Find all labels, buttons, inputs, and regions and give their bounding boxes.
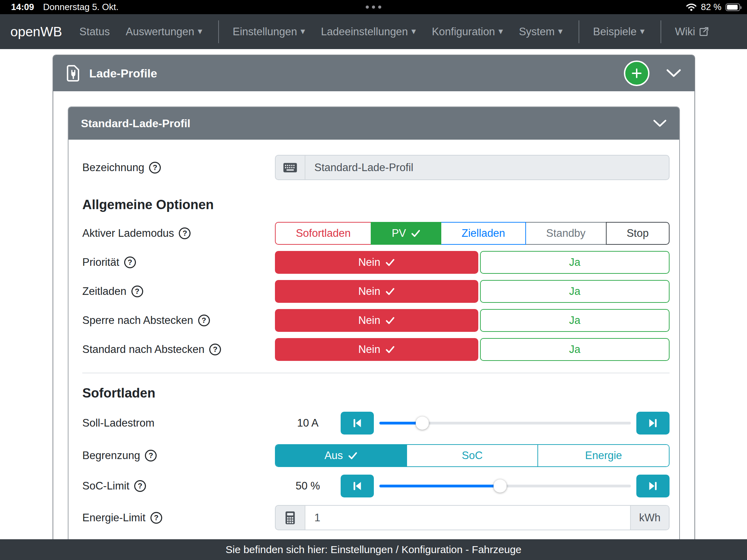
- begrenzung-option-energie[interactable]: Energie: [537, 445, 669, 466]
- nav-item-beispiele[interactable]: Beispiele: [593, 26, 645, 38]
- slider-max-button[interactable]: [636, 412, 670, 435]
- energie-limit-unit: kWh: [630, 506, 669, 530]
- lademodus-option-standby[interactable]: Standby: [525, 222, 607, 245]
- standard-nach-abstecken-label: Standard nach Abstecken: [82, 343, 204, 356]
- wifi-icon: [686, 3, 697, 11]
- multitasking-dots-icon: [366, 6, 381, 9]
- lademodus-option-sofortladen[interactable]: Sofortladen: [275, 222, 371, 245]
- chevron-down-icon[interactable]: [666, 69, 681, 78]
- check-icon: [385, 258, 395, 267]
- plus-icon: [630, 66, 644, 80]
- help-icon[interactable]: [131, 286, 143, 297]
- slider-min-button[interactable]: [341, 475, 374, 497]
- sperre-nach-abstecken-toggle: Nein Ja: [275, 309, 670, 332]
- begrenzung-button-group: Aus SoC Energie: [275, 444, 670, 467]
- nav-separator: [579, 20, 579, 43]
- battery-icon: [726, 3, 740, 11]
- help-icon[interactable]: [198, 315, 210, 326]
- help-icon[interactable]: [134, 480, 146, 492]
- aktiver-lademodus-label: Aktiver Lademodus: [82, 227, 174, 240]
- begrenzung-option-soc[interactable]: SoC: [406, 445, 538, 466]
- slider-min-button[interactable]: [341, 412, 374, 435]
- breadcrumb: Sie befinden sich hier: Einstellungen / …: [225, 544, 522, 556]
- zeitladen-toggle: Nein Ja: [275, 280, 670, 303]
- nav-item-konfiguration[interactable]: Konfiguration: [432, 26, 503, 38]
- toggle-nein-button[interactable]: Nein: [275, 251, 478, 274]
- clock-date: Donnerstag 5. Okt.: [43, 2, 119, 12]
- lademodus-option-pv[interactable]: PV: [371, 222, 441, 245]
- lademodus-option-stop[interactable]: Stop: [606, 222, 670, 245]
- slider-max-button[interactable]: [636, 475, 670, 497]
- section-divider: [82, 373, 670, 373]
- nav-item-status[interactable]: Status: [80, 26, 110, 38]
- check-icon: [385, 316, 395, 325]
- breadcrumb-footer: Sie befinden sich hier: Einstellungen / …: [0, 539, 747, 560]
- check-icon: [348, 451, 358, 460]
- help-icon[interactable]: [145, 450, 157, 461]
- bezeichnung-input-group: [275, 155, 670, 180]
- nav-item-wiki[interactable]: Wiki: [675, 26, 709, 38]
- check-icon: [411, 228, 421, 238]
- calculator-icon: [276, 506, 305, 530]
- help-icon[interactable]: [124, 256, 136, 268]
- nav-item-system[interactable]: System: [519, 26, 562, 38]
- add-profile-button[interactable]: [624, 60, 649, 86]
- section-heading-allgemeine-optionen: Allgemeine Optionen: [82, 197, 670, 212]
- soc-limit-label: SoC-Limit: [82, 480, 129, 492]
- nav-item-auswertungen[interactable]: Auswertungen: [126, 26, 202, 38]
- begrenzung-option-aus[interactable]: Aus: [276, 445, 406, 466]
- skip-end-icon: [647, 417, 659, 429]
- nav-item-ladeeinstellungen[interactable]: Ladeeinstellungen: [321, 26, 416, 38]
- section-heading-sofortladen: Sofortladen: [82, 386, 670, 401]
- help-icon[interactable]: [179, 227, 191, 239]
- ios-status-bar: 14:09 Donnerstag 5. Okt. 82 %: [0, 0, 747, 14]
- nav-separator: [218, 20, 219, 43]
- toggle-ja-button[interactable]: Ja: [480, 309, 670, 332]
- lademodus-option-zielladen[interactable]: Zielladen: [441, 222, 526, 245]
- energie-limit-input-group: kWh: [275, 505, 670, 530]
- toggle-ja-button[interactable]: Ja: [480, 338, 670, 361]
- soc-limit-slider[interactable]: [379, 475, 631, 497]
- lade-profile-card: Lade-Profile Standard-Lade-Profil: [53, 55, 695, 539]
- charge-profile-file-icon: [66, 65, 80, 82]
- slider-thumb[interactable]: [494, 479, 507, 493]
- slider-thumb[interactable]: [416, 417, 429, 430]
- prioritaet-toggle: Nein Ja: [275, 251, 670, 274]
- skip-start-icon: [351, 417, 363, 429]
- nav-item-einstellungen[interactable]: Einstellungen: [233, 26, 305, 38]
- clock-time: 14:09: [11, 2, 34, 12]
- bezeichnung-input[interactable]: [305, 156, 669, 179]
- soll-ladestrom-value: 10 A: [275, 417, 341, 429]
- skip-end-icon: [647, 480, 659, 492]
- top-navbar: openWB Status Auswertungen Einstellungen…: [0, 14, 747, 49]
- standard-nach-abstecken-toggle: Nein Ja: [275, 338, 670, 361]
- lade-profile-card-header[interactable]: Lade-Profile: [53, 55, 694, 91]
- nav-separator: [661, 20, 661, 43]
- skip-start-icon: [351, 480, 363, 492]
- toggle-ja-button[interactable]: Ja: [480, 251, 670, 274]
- standard-lade-profil-card: Standard-Lade-Profil Bezeichnung: [68, 106, 680, 539]
- bezeichnung-label: Bezeichnung: [82, 161, 144, 174]
- toggle-nein-button[interactable]: Nein: [275, 309, 478, 332]
- check-icon: [385, 345, 395, 354]
- toggle-nein-button[interactable]: Nein: [275, 338, 478, 361]
- brand-openwb[interactable]: openWB: [10, 24, 62, 39]
- help-icon[interactable]: [149, 162, 161, 174]
- card-title: Lade-Profile: [89, 67, 157, 80]
- profile-card-header[interactable]: Standard-Lade-Profil: [68, 107, 679, 140]
- soll-ladestrom-label: Soll-Ladestrom: [82, 417, 154, 429]
- toggle-nein-button[interactable]: Nein: [275, 280, 478, 303]
- lademodus-button-group: Sofortladen PV Zielladen: [275, 222, 670, 245]
- help-icon[interactable]: [209, 344, 221, 355]
- profile-title: Standard-Lade-Profil: [81, 117, 190, 130]
- begrenzung-label: Begrenzung: [82, 449, 140, 462]
- chevron-down-icon[interactable]: [653, 119, 667, 128]
- toggle-ja-button[interactable]: Ja: [480, 280, 670, 303]
- help-icon[interactable]: [150, 512, 162, 524]
- battery-percentage: 82 %: [701, 2, 721, 12]
- prioritaet-label: Priorität: [82, 256, 119, 269]
- energie-limit-input[interactable]: [305, 506, 630, 530]
- sperre-nach-abstecken-label: Sperre nach Abstecken: [82, 314, 193, 327]
- external-link-icon: [699, 27, 709, 37]
- soll-ladestrom-slider[interactable]: [379, 412, 631, 435]
